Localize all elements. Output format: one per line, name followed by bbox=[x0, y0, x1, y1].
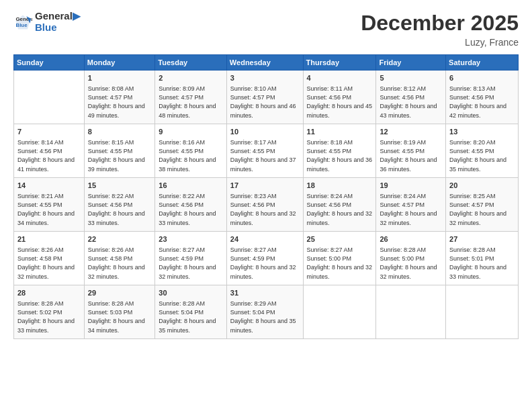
sunrise-label: Sunrise: 8:14 AM bbox=[17, 139, 64, 146]
calendar-week-row: 14 Sunrise: 8:21 AM Sunset: 4:55 PM Dayl… bbox=[14, 178, 519, 232]
day-info: Sunrise: 8:13 AM Sunset: 4:56 PM Dayligh… bbox=[449, 85, 515, 120]
day-number: 18 bbox=[307, 181, 373, 191]
header: General Blue General▶ Blue December 2025… bbox=[13, 11, 519, 48]
day-number: 30 bbox=[159, 288, 223, 298]
sunset-label: Sunset: 4:56 PM bbox=[380, 94, 425, 101]
day-number: 28 bbox=[17, 288, 81, 298]
day-number: 24 bbox=[230, 234, 300, 244]
calendar-cell: 16 Sunrise: 8:22 AM Sunset: 4:56 PM Dayl… bbox=[155, 178, 227, 232]
calendar-week-row: 21 Sunrise: 8:26 AM Sunset: 4:58 PM Dayl… bbox=[14, 232, 519, 285]
daylight-label: Daylight: 8 hours and 35 minutes. bbox=[159, 318, 216, 333]
day-number: 17 bbox=[230, 181, 300, 191]
sunrise-label: Sunrise: 8:26 AM bbox=[88, 246, 134, 253]
calendar-cell: 2 Sunrise: 8:09 AM Sunset: 4:57 PM Dayli… bbox=[155, 71, 227, 124]
day-number: 19 bbox=[380, 181, 442, 191]
day-info: Sunrise: 8:26 AM Sunset: 4:58 PM Dayligh… bbox=[17, 246, 81, 281]
calendar-cell bbox=[376, 285, 446, 339]
sunrise-label: Sunrise: 8:20 AM bbox=[449, 139, 496, 146]
sunset-label: Sunset: 4:55 PM bbox=[230, 148, 275, 154]
calendar-week-row: 7 Sunrise: 8:14 AM Sunset: 4:56 PM Dayli… bbox=[14, 124, 519, 178]
svg-text:Blue: Blue bbox=[16, 22, 28, 28]
daylight-label: Daylight: 8 hours and 33 minutes. bbox=[88, 210, 145, 226]
sunrise-label: Sunrise: 8:19 AM bbox=[380, 139, 426, 146]
calendar-cell: 5 Sunrise: 8:12 AM Sunset: 4:56 PM Dayli… bbox=[376, 71, 446, 124]
logo: General Blue General▶ Blue bbox=[13, 11, 81, 33]
day-number: 31 bbox=[230, 288, 300, 298]
day-info: Sunrise: 8:14 AM Sunset: 4:56 PM Dayligh… bbox=[17, 138, 81, 173]
daylight-label: Daylight: 8 hours and 33 minutes. bbox=[449, 264, 506, 279]
sunrise-label: Sunrise: 8:27 AM bbox=[307, 246, 353, 253]
sunset-label: Sunset: 4:55 PM bbox=[449, 148, 494, 154]
calendar-cell bbox=[446, 285, 519, 339]
calendar-cell: 26 Sunrise: 8:28 AM Sunset: 5:00 PM Dayl… bbox=[376, 232, 446, 285]
daylight-label: Daylight: 8 hours and 41 minutes. bbox=[17, 156, 75, 172]
calendar-cell bbox=[303, 285, 376, 339]
calendar-cell: 28 Sunrise: 8:28 AM Sunset: 5:02 PM Dayl… bbox=[14, 285, 85, 339]
daylight-label: Daylight: 8 hours and 37 minutes. bbox=[230, 156, 296, 172]
day-number: 26 bbox=[380, 234, 442, 244]
day-info: Sunrise: 8:16 AM Sunset: 4:55 PM Dayligh… bbox=[159, 138, 223, 173]
sunrise-label: Sunrise: 8:28 AM bbox=[88, 300, 134, 307]
day-info: Sunrise: 8:28 AM Sunset: 5:04 PM Dayligh… bbox=[159, 300, 223, 334]
day-info: Sunrise: 8:27 AM Sunset: 4:59 PM Dayligh… bbox=[230, 246, 300, 281]
day-info: Sunrise: 8:21 AM Sunset: 4:55 PM Dayligh… bbox=[17, 192, 81, 227]
sunset-label: Sunset: 5:00 PM bbox=[380, 255, 425, 262]
sunrise-label: Sunrise: 8:26 AM bbox=[17, 246, 64, 253]
daylight-label: Daylight: 8 hours and 38 minutes. bbox=[159, 156, 216, 172]
day-info: Sunrise: 8:15 AM Sunset: 4:55 PM Dayligh… bbox=[88, 138, 152, 173]
sunrise-label: Sunrise: 8:27 AM bbox=[159, 246, 205, 253]
day-number: 13 bbox=[449, 127, 515, 137]
sunset-label: Sunset: 4:55 PM bbox=[17, 201, 62, 208]
sunset-label: Sunset: 5:02 PM bbox=[17, 309, 62, 316]
day-number: 4 bbox=[307, 73, 373, 83]
day-info: Sunrise: 8:12 AM Sunset: 4:56 PM Dayligh… bbox=[380, 85, 442, 120]
day-number: 27 bbox=[449, 234, 515, 244]
sunset-label: Sunset: 4:57 PM bbox=[230, 94, 275, 101]
sunset-label: Sunset: 5:01 PM bbox=[449, 255, 494, 262]
daylight-label: Daylight: 8 hours and 48 minutes. bbox=[159, 103, 216, 118]
day-number: 7 bbox=[17, 127, 81, 137]
sunrise-label: Sunrise: 8:21 AM bbox=[17, 193, 64, 199]
day-number: 8 bbox=[88, 127, 152, 137]
daylight-label: Daylight: 8 hours and 43 minutes. bbox=[380, 103, 437, 118]
header-wednesday: Wednesday bbox=[226, 55, 303, 71]
sunset-label: Sunset: 5:00 PM bbox=[307, 255, 352, 262]
daylight-label: Daylight: 8 hours and 32 minutes. bbox=[17, 264, 75, 279]
calendar-cell: 21 Sunrise: 8:26 AM Sunset: 4:58 PM Dayl… bbox=[14, 232, 85, 285]
calendar-cell: 20 Sunrise: 8:25 AM Sunset: 4:57 PM Dayl… bbox=[446, 178, 519, 232]
day-info: Sunrise: 8:11 AM Sunset: 4:56 PM Dayligh… bbox=[307, 85, 373, 120]
day-info: Sunrise: 8:18 AM Sunset: 4:55 PM Dayligh… bbox=[307, 138, 373, 173]
calendar-cell: 22 Sunrise: 8:26 AM Sunset: 4:58 PM Dayl… bbox=[84, 232, 155, 285]
calendar-cell: 9 Sunrise: 8:16 AM Sunset: 4:55 PM Dayli… bbox=[155, 124, 227, 178]
calendar-cell: 19 Sunrise: 8:24 AM Sunset: 4:57 PM Dayl… bbox=[376, 178, 446, 232]
day-info: Sunrise: 8:28 AM Sunset: 5:03 PM Dayligh… bbox=[88, 300, 152, 334]
calendar-cell: 4 Sunrise: 8:11 AM Sunset: 4:56 PM Dayli… bbox=[303, 71, 376, 124]
page: General Blue General▶ Blue December 2025… bbox=[0, 0, 532, 411]
daylight-label: Daylight: 8 hours and 34 minutes. bbox=[88, 318, 145, 333]
sunrise-label: Sunrise: 8:17 AM bbox=[230, 139, 277, 146]
daylight-label: Daylight: 8 hours and 32 minutes. bbox=[449, 210, 506, 226]
calendar-cell: 6 Sunrise: 8:13 AM Sunset: 4:56 PM Dayli… bbox=[446, 71, 519, 124]
calendar-cell: 14 Sunrise: 8:21 AM Sunset: 4:55 PM Dayl… bbox=[14, 178, 85, 232]
sunset-label: Sunset: 4:57 PM bbox=[159, 94, 204, 101]
day-info: Sunrise: 8:28 AM Sunset: 5:00 PM Dayligh… bbox=[380, 246, 442, 281]
calendar-cell: 11 Sunrise: 8:18 AM Sunset: 4:55 PM Dayl… bbox=[303, 124, 376, 178]
calendar-cell: 31 Sunrise: 8:29 AM Sunset: 5:04 PM Dayl… bbox=[226, 285, 303, 339]
day-info: Sunrise: 8:17 AM Sunset: 4:55 PM Dayligh… bbox=[230, 138, 300, 173]
header-saturday: Saturday bbox=[446, 55, 519, 71]
sunrise-label: Sunrise: 8:28 AM bbox=[449, 246, 496, 253]
day-info: Sunrise: 8:09 AM Sunset: 4:57 PM Dayligh… bbox=[159, 85, 223, 120]
day-number: 12 bbox=[380, 127, 442, 137]
sunrise-label: Sunrise: 8:11 AM bbox=[307, 85, 353, 92]
sunset-label: Sunset: 4:58 PM bbox=[88, 255, 133, 262]
sunset-label: Sunset: 4:55 PM bbox=[88, 148, 133, 154]
daylight-label: Daylight: 8 hours and 32 minutes. bbox=[230, 210, 296, 226]
day-number: 16 bbox=[159, 181, 223, 191]
sunset-label: Sunset: 4:57 PM bbox=[380, 201, 425, 208]
month-title: December 2025 bbox=[361, 11, 519, 36]
sunset-label: Sunset: 4:56 PM bbox=[307, 94, 352, 101]
sunset-label: Sunset: 4:57 PM bbox=[88, 94, 133, 101]
day-number: 6 bbox=[449, 73, 515, 83]
day-info: Sunrise: 8:24 AM Sunset: 4:56 PM Dayligh… bbox=[307, 192, 373, 227]
daylight-label: Daylight: 8 hours and 33 minutes. bbox=[17, 318, 75, 333]
